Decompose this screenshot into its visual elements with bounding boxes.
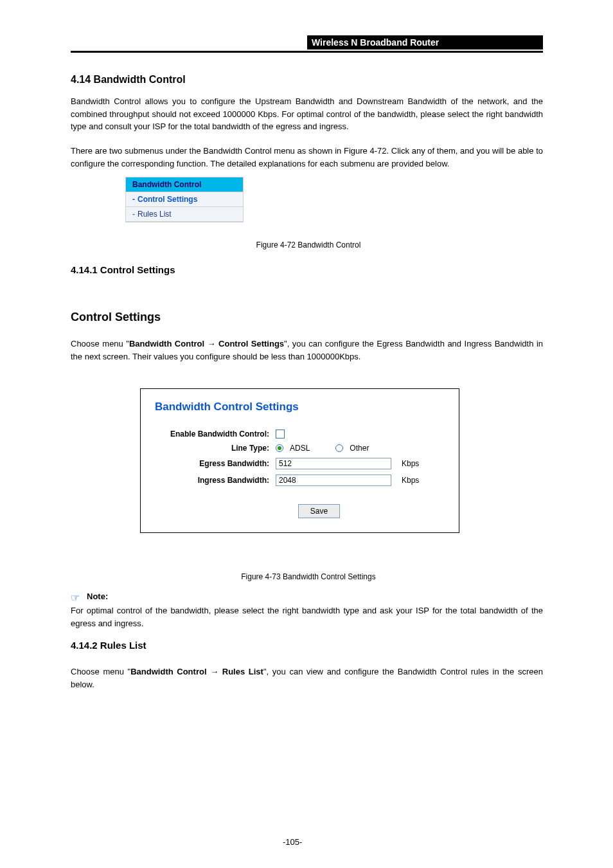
menu-figure: Bandwidth Control -Control Settings -Rul… [125,177,244,222]
text-fragment-bold: Bandwidth Control [130,667,210,676]
note-pointer-icon: ☞ [71,592,80,604]
label-enable: Enable Bandwidth Control: [155,429,276,439]
section-bandwidth-control-heading: 4.14 Bandwidth Control [71,74,186,86]
section2-para: Choose menu "Bandwidth Control → Control… [71,338,543,363]
label-ingress: Ingress Bandwidth: [155,476,276,485]
input-egress[interactable] [276,458,391,469]
section1-para1: Bandwidth Control allows you to configur… [71,95,543,133]
radio-dot-icon [278,446,281,450]
text-fragment: Choose menu " [71,339,129,348]
menu-item-control-settings[interactable]: -Control Settings [126,192,243,207]
menu-item-rules-list[interactable]: -Rules List [126,207,243,222]
settings-panel: Bandwidth Control Settings Enable Bandwi… [140,388,459,533]
note-label: Note: [87,592,108,601]
menu-item-label: Control Settings [138,195,197,204]
row-egress: Egress Bandwidth: Kbps [155,458,445,469]
radio-other[interactable] [335,444,343,452]
section-control-settings-heading: 4.14.1 Control Settings [71,264,175,275]
figure-caption-2: Figure 4-73 Bandwidth Control Settings [180,572,437,581]
unit-egress: Kbps [402,459,419,468]
header-product: Wireless N Broadband Router [312,37,439,48]
section-control-settings-title: Control Settings [71,311,161,324]
page-number: -105- [283,836,302,849]
row-enable: Enable Bandwidth Control: [155,429,445,439]
panel-title: Bandwidth Control Settings [155,401,445,413]
radio-adsl[interactable] [276,444,283,452]
label-adsl: ADSL [290,444,310,453]
header-divider [71,51,543,53]
text-fragment-bold: Control Settings [216,339,284,348]
input-ingress[interactable] [276,475,391,486]
section3-para: Choose menu "Bandwidth Control → Rules L… [71,665,543,691]
checkbox-enable[interactable] [276,429,285,439]
label-line-type: Line Type: [155,444,276,453]
figure-caption-1: Figure 4-72 Bandwidth Control [180,240,437,249]
arrow-right-icon: → [210,667,218,676]
note-text: For optimal control of the bandwidth, pl… [71,604,543,629]
arrow-right-icon: → [208,339,216,348]
text-fragment-bold: Bandwidth Control [129,339,208,348]
row-ingress: Ingress Bandwidth: Kbps [155,475,445,486]
save-button[interactable]: Save [298,504,340,518]
section-rules-list-heading: 4.14.2 Rules List [71,640,147,651]
dash-icon: - [132,210,135,219]
unit-ingress: Kbps [402,476,419,485]
row-line-type: Line Type: ADSL Other [155,444,445,453]
dash-icon: - [132,195,135,204]
text-fragment-bold: Rules List [218,667,263,676]
section1-para2: There are two submenus under the Bandwid… [71,145,543,170]
text-fragment: Choose menu " [71,667,130,676]
menu-item-label: Rules List [138,210,172,219]
menu-header: Bandwidth Control [126,177,243,192]
label-other: Other [350,444,369,453]
label-egress: Egress Bandwidth: [155,459,276,468]
